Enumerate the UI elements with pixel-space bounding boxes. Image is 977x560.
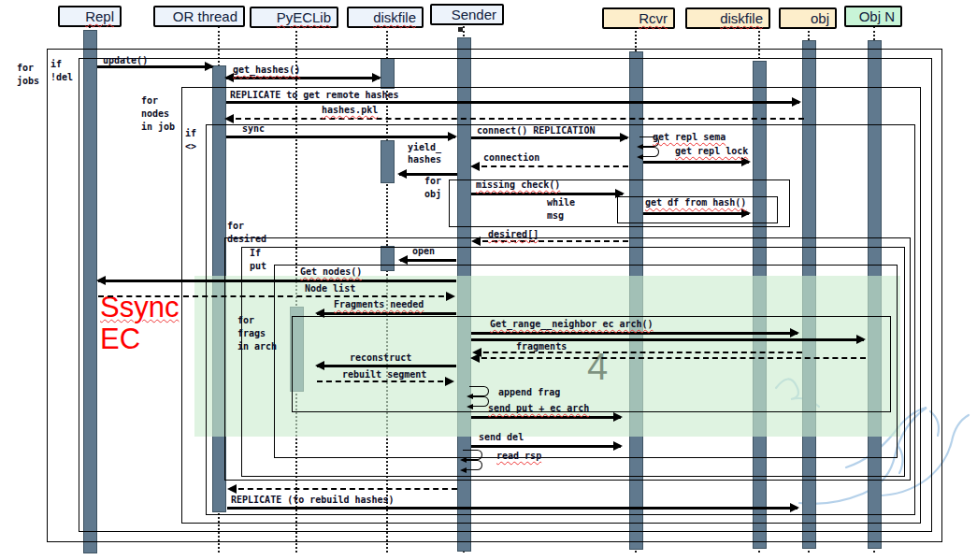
message-label-1: get_hashes(): [233, 64, 300, 76]
arrowhead-left: [467, 404, 473, 409]
actor-header-rcvr: Rcvr: [602, 7, 675, 29]
arrowhead-right: [372, 73, 381, 82]
actor-label-or-thread: OR thread: [173, 8, 237, 24]
frame-label-for-jobs: for jobs: [17, 62, 39, 88]
message-label-23: send del: [479, 431, 524, 443]
arrowhead-left: [470, 162, 480, 171]
actor-header-diskfile-r: diskfile: [685, 7, 770, 29]
arrowhead-left: [471, 237, 481, 246]
message-arrow-20: [317, 365, 456, 367]
message-label-16: Get_range__neighbor ec arch(): [490, 318, 654, 330]
message-arrow-5: [471, 136, 627, 139]
message-label-14: Node list: [305, 282, 355, 294]
message-arrow-16: [471, 332, 797, 335]
self-loop-label-append-frag: append frag: [498, 386, 560, 398]
message-arrow-15: [317, 312, 456, 315]
actor-label-obj-n: Obj N: [859, 8, 895, 24]
message-label-10: get df from hash(): [645, 196, 746, 208]
message-arrow-21: [317, 381, 453, 382]
message-label-2: REPLICATE to get remote hashes: [230, 89, 399, 101]
arrowhead-left: [470, 353, 480, 363]
message-arrow-2: [226, 101, 799, 104]
arrowhead-right: [790, 328, 799, 337]
message-arrow-11: [473, 240, 628, 242]
message-arrow-25: [227, 507, 797, 510]
arrowhead-right: [445, 377, 454, 386]
actor-label-repl: Repl: [85, 8, 114, 24]
message-arrow-1: [226, 77, 380, 79]
message-arrow-4: [226, 136, 455, 138]
actor-label-diskfile-r: diskfile: [720, 10, 763, 26]
frame-label-while-msg: while msg: [547, 196, 575, 223]
actor-header-obj-n: Obj N: [844, 6, 902, 27]
actor-label-rcvr: Rcvr: [639, 10, 668, 26]
actor-header-sender: Sender: [430, 4, 504, 25]
actor-label-pyeclib: PyECLib: [277, 9, 331, 25]
actor-header-obj: obj: [779, 7, 837, 29]
message-arrow-10: [643, 212, 749, 215]
message-label-20: reconstruct: [350, 352, 411, 364]
self-loop-append-frag: [469, 396, 489, 407]
frame-label-if-put: If put: [250, 247, 266, 273]
arrowhead-left: [315, 309, 324, 318]
message-arrow-6: [643, 161, 749, 164]
actor-header-or-thread: OR thread: [153, 6, 245, 27]
actor-label-diskfile-l: diskfile: [373, 9, 416, 25]
self-loop-append-frag: [469, 386, 489, 396]
message-arrow-19: [472, 357, 866, 359]
arrowhead-left: [397, 169, 407, 179]
message-label-3: hashes.pkl: [322, 104, 378, 116]
message-label-6: get repl lock: [675, 145, 748, 157]
arrowhead-right: [446, 292, 455, 301]
arrowhead-left: [227, 484, 237, 494]
arrowhead-right: [620, 133, 629, 142]
message-label-13: Get nodes(): [300, 266, 362, 278]
self-loop-label-read-rsp: read rsp: [496, 450, 541, 462]
message-label-4: sync: [242, 122, 265, 135]
self-loop-label-get-repl-sema: get repl sema: [653, 131, 726, 143]
message-label-9: missing check(): [476, 179, 560, 191]
message-label-15: Fragments needed: [334, 298, 424, 310]
arrowhead-left: [315, 361, 324, 370]
message-arrow-7: [472, 165, 628, 167]
arrowhead-right: [741, 208, 751, 218]
frame-label-for-nodes: for nodes in job: [141, 94, 175, 134]
arrowhead-right: [448, 132, 457, 141]
message-arrow-9: [471, 193, 623, 195]
actor-header-diskfile-l: diskfile: [347, 7, 424, 28]
arrowhead-right: [613, 441, 623, 451]
frame-label-if-sync: if <>: [185, 127, 196, 153]
message-label-7: connection: [483, 151, 539, 164]
arrowhead-left: [637, 154, 643, 160]
frame-label-for-obj: for obj: [424, 175, 441, 201]
arrowhead-left: [96, 276, 106, 285]
self-loop-read-rsp: [463, 460, 482, 470]
message-arrow-13: [98, 280, 456, 282]
self-loop-get-repl-sema: [639, 147, 659, 157]
message-label-22: send put + ec arch: [488, 402, 589, 414]
message-label-0: update(): [103, 54, 148, 66]
self-loop-read-rsp: [463, 450, 482, 460]
message-arrow-24: [229, 488, 457, 490]
actor-label-obj: obj: [811, 10, 829, 26]
message-label-25: REPLICATE (to rebuild hashes): [231, 494, 395, 506]
frame-label-if-not-del: if !del: [50, 58, 73, 84]
actor-header-repl: Repl: [58, 6, 122, 27]
arrowhead-right: [741, 157, 751, 166]
frame-label-for-frags: for frags in arch: [237, 314, 277, 353]
arrowhead-left: [460, 467, 467, 473]
message-arrow-3: [226, 118, 804, 120]
message-label-11: desired[]: [488, 228, 539, 240]
arrowhead-right: [856, 335, 866, 344]
message-arrow-12: [400, 259, 456, 262]
message-arrow-22: [471, 416, 621, 419]
message-arrow-14: [98, 295, 453, 297]
ssync-ec-sequence-diagram: Ssync EC 4 for jobsif !delfor nodes in j…: [0, 0, 977, 560]
arrowhead-right: [615, 189, 625, 198]
message-label-21: rebuilt segment: [342, 368, 426, 381]
arrowhead-right: [792, 97, 801, 107]
message-arrow-23: [471, 445, 621, 448]
message-label-18: fragments: [516, 340, 567, 352]
arrowhead-right: [790, 503, 799, 512]
arrowhead-right: [205, 62, 214, 71]
